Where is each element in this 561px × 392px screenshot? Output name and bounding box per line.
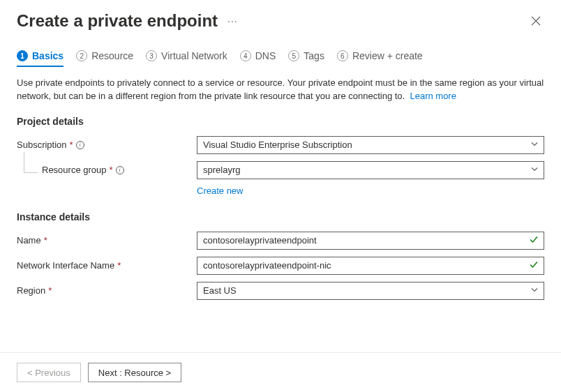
- nic-name-input[interactable]: [197, 257, 544, 275]
- region-dropdown[interactable]: East US: [197, 282, 544, 300]
- close-button[interactable]: [528, 13, 544, 29]
- required-marker: *: [110, 165, 113, 175]
- tab-basics[interactable]: 1 Basics: [17, 50, 63, 67]
- info-icon[interactable]: i: [76, 141, 84, 149]
- required-marker: *: [44, 235, 47, 246]
- region-label: Region *: [17, 285, 197, 296]
- close-icon: [531, 16, 541, 26]
- learn-more-link[interactable]: Learn more: [410, 91, 456, 101]
- main-content: Use private endpoints to privately conne…: [0, 67, 561, 301]
- name-label: Name *: [17, 235, 197, 246]
- tab-label: Virtual Network: [161, 50, 227, 61]
- tab-step-number: 6: [337, 50, 348, 61]
- tab-label: Basics: [32, 50, 63, 61]
- tab-label: Resource: [91, 50, 133, 61]
- name-input[interactable]: [197, 232, 544, 250]
- subscription-row: Subscription * i Visual Studio Enterpris…: [17, 135, 544, 155]
- page-header: Create a private endpoint ···: [0, 0, 561, 36]
- nic-name-row: Network Interface Name *: [17, 256, 544, 276]
- tab-label: DNS: [255, 50, 276, 61]
- tab-label: Review + create: [352, 50, 423, 61]
- create-new-link[interactable]: Create new: [197, 186, 544, 196]
- instance-details-title: Instance details: [17, 211, 544, 223]
- tab-resource[interactable]: 2 Resource: [76, 50, 133, 67]
- tab-dns[interactable]: 4 DNS: [240, 50, 276, 67]
- tab-step-number: 3: [146, 50, 157, 61]
- subscription-label: Subscription * i: [17, 140, 197, 150]
- tab-tags[interactable]: 5 Tags: [288, 50, 324, 67]
- project-details-title: Project details: [17, 116, 544, 127]
- tree-line: [24, 152, 38, 173]
- tab-step-number: 5: [288, 50, 299, 61]
- tab-label: Tags: [304, 50, 324, 61]
- wizard-footer: < Previous Next : Resource >: [0, 352, 561, 392]
- previous-button[interactable]: < Previous: [17, 363, 81, 382]
- tab-step-number: 1: [17, 50, 28, 61]
- name-row: Name *: [17, 231, 544, 250]
- required-marker: *: [117, 260, 121, 271]
- intro-text: Use private endpoints to privately conne…: [17, 77, 544, 103]
- resource-group-row: Resource group * i sprelayrg: [17, 160, 544, 180]
- next-button[interactable]: Next : Resource >: [88, 363, 181, 382]
- page-title: Create a private endpoint: [17, 11, 218, 31]
- info-icon[interactable]: i: [116, 166, 124, 174]
- tab-review-create[interactable]: 6 Review + create: [337, 50, 423, 67]
- wizard-tabs: 1 Basics 2 Resource 3 Virtual Network 4 …: [0, 36, 561, 67]
- more-icon[interactable]: ···: [227, 15, 238, 27]
- region-row: Region * East US: [17, 281, 544, 301]
- tab-virtual-network[interactable]: 3 Virtual Network: [146, 50, 227, 67]
- tab-step-number: 2: [76, 50, 87, 61]
- resource-group-label: Resource group * i: [17, 165, 197, 175]
- required-marker: *: [70, 140, 73, 150]
- required-marker: *: [48, 285, 52, 296]
- nic-name-label: Network Interface Name *: [17, 260, 197, 271]
- subscription-dropdown[interactable]: Visual Studio Enterprise Subscription: [197, 136, 544, 154]
- tab-step-number: 4: [240, 50, 251, 61]
- resource-group-dropdown[interactable]: sprelayrg: [197, 161, 544, 179]
